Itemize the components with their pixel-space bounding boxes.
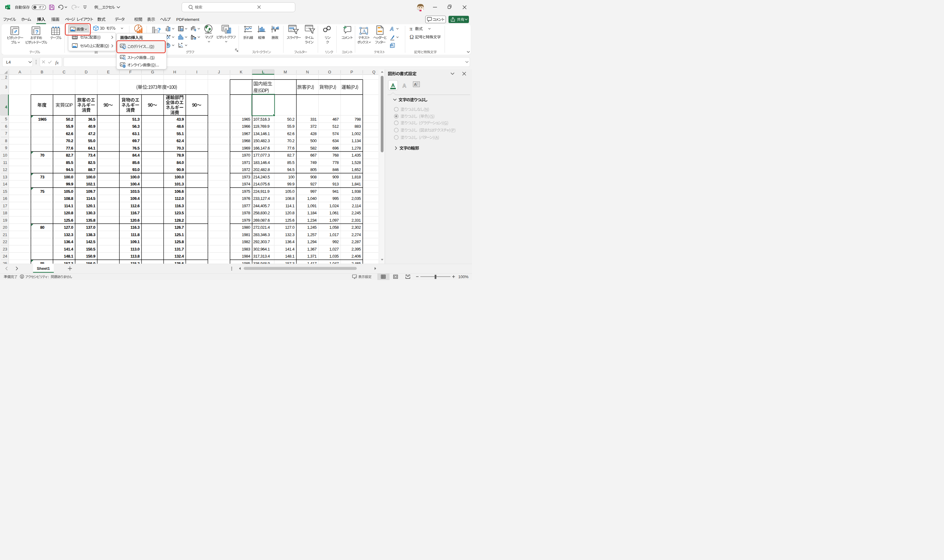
svg-text:94.5: 94.5: [287, 167, 295, 172]
svg-text:102.1: 102.1: [86, 182, 96, 186]
svg-text:1972: 1972: [242, 167, 250, 172]
svg-text:90.9: 90.9: [176, 167, 184, 172]
svg-text:883: 883: [355, 124, 361, 129]
svg-text:224,911.9: 224,911.9: [253, 189, 270, 194]
svg-text:64.1: 64.1: [88, 146, 95, 151]
svg-text:106.6: 106.6: [174, 189, 184, 194]
svg-text:11: 11: [3, 160, 8, 165]
svg-text:136.4: 136.4: [285, 240, 295, 244]
svg-text:82.7: 82.7: [66, 153, 73, 157]
svg-text:113.8: 113.8: [130, 254, 139, 258]
svg-text:23: 23: [3, 247, 7, 251]
svg-text:62.6: 62.6: [287, 131, 295, 136]
svg-text:141.4: 141.4: [285, 247, 295, 251]
svg-text:136.4: 136.4: [64, 240, 74, 244]
svg-text:2,331: 2,331: [352, 218, 361, 223]
svg-text:302,964.1: 302,964.1: [253, 247, 270, 251]
svg-text:150,482.3: 150,482.3: [253, 138, 270, 143]
svg-text:2,035: 2,035: [352, 196, 361, 201]
svg-text:109.1: 109.1: [130, 240, 140, 244]
svg-text:17: 17: [3, 203, 7, 208]
svg-text:1,652: 1,652: [352, 167, 361, 172]
svg-text:8: 8: [5, 138, 7, 143]
svg-text:2,406: 2,406: [352, 254, 361, 258]
svg-text:21: 21: [3, 232, 7, 237]
svg-text:1,528: 1,528: [352, 160, 361, 165]
svg-text:132.4: 132.4: [174, 254, 184, 258]
svg-text:130.3: 130.3: [86, 211, 96, 215]
svg-text:82.5: 82.5: [88, 160, 95, 165]
svg-text:1983: 1983: [242, 247, 250, 251]
svg-text:25: 25: [3, 261, 7, 264]
svg-text:992: 992: [333, 240, 339, 244]
svg-text:148.1: 148.1: [64, 254, 73, 258]
svg-text:114.1: 114.1: [285, 203, 295, 208]
svg-text:135.8: 135.8: [86, 218, 96, 223]
svg-text:1984: 1984: [242, 254, 250, 258]
svg-text:Q: Q: [372, 70, 375, 74]
svg-text:70.2: 70.2: [66, 138, 73, 143]
svg-text:1,017: 1,017: [329, 232, 339, 237]
svg-text:1,367: 1,367: [307, 247, 317, 251]
svg-text:1,184: 1,184: [307, 211, 317, 215]
svg-text:100.0: 100.0: [130, 175, 140, 179]
svg-text:1,058: 1,058: [329, 225, 339, 230]
svg-text:148.1: 148.1: [285, 254, 295, 258]
svg-text:108.8: 108.8: [285, 196, 295, 201]
svg-text:1979: 1979: [242, 218, 250, 223]
svg-text:D: D: [85, 70, 88, 74]
svg-text:1981: 1981: [242, 232, 250, 237]
svg-text:1978: 1978: [242, 211, 250, 215]
svg-text:292,303.7: 292,303.7: [253, 240, 270, 244]
svg-text:112.0: 112.0: [174, 196, 184, 201]
svg-text:1,047: 1,047: [329, 261, 339, 264]
svg-text:1,002: 1,002: [352, 131, 361, 136]
svg-text:13: 13: [3, 175, 7, 179]
svg-text:77.6: 77.6: [287, 146, 295, 151]
svg-text:55.0: 55.0: [88, 138, 95, 143]
svg-text:85.6: 85.6: [132, 160, 139, 165]
svg-text:56.3: 56.3: [132, 124, 139, 129]
svg-text:50.2: 50.2: [287, 117, 295, 122]
svg-text:233,127.4: 233,127.4: [253, 196, 270, 201]
svg-text:157.3: 157.3: [64, 261, 73, 264]
svg-text:150.5: 150.5: [86, 247, 96, 251]
svg-text:125.6: 125.6: [64, 218, 73, 223]
svg-text:36.5: 36.5: [88, 117, 95, 122]
svg-text:1977: 1977: [242, 203, 250, 208]
svg-text:137.0: 137.0: [86, 225, 96, 230]
svg-text:E: E: [107, 70, 110, 74]
svg-text:582: 582: [310, 146, 317, 151]
svg-text:K: K: [240, 70, 242, 74]
svg-text:1,040: 1,040: [307, 196, 317, 201]
svg-text:574: 574: [333, 131, 339, 136]
svg-text:114.5: 114.5: [86, 196, 95, 201]
svg-text:88.7: 88.7: [88, 167, 95, 172]
svg-text:258,830.2: 258,830.2: [253, 211, 270, 215]
svg-text:112.6: 112.6: [130, 203, 139, 208]
svg-text:100.0: 100.0: [174, 175, 184, 179]
svg-text:85: 85: [40, 261, 45, 264]
svg-text:214,075.6: 214,075.6: [253, 182, 270, 186]
svg-text:115.2: 115.2: [130, 261, 139, 264]
svg-text:24: 24: [3, 254, 7, 258]
svg-text:1980: 1980: [242, 225, 250, 230]
svg-text:A: A: [19, 70, 21, 74]
svg-text:B: B: [40, 70, 43, 74]
svg-text:132.3: 132.3: [64, 232, 73, 237]
svg-text:2: 2: [5, 75, 7, 80]
svg-text:125.1: 125.1: [174, 232, 184, 237]
svg-text:O: O: [328, 70, 331, 74]
svg-text:1,294: 1,294: [307, 240, 317, 244]
svg-text:63.1: 63.1: [132, 131, 139, 136]
svg-text:125.8: 125.8: [174, 240, 184, 244]
svg-text:12: 12: [3, 167, 7, 172]
svg-text:G: G: [151, 70, 154, 74]
svg-text:109.7: 109.7: [86, 189, 96, 194]
svg-text:927: 927: [310, 182, 317, 186]
svg-text:7: 7: [5, 131, 7, 136]
svg-text:116.7: 116.7: [130, 211, 139, 215]
svg-text:94.5: 94.5: [66, 167, 73, 172]
svg-text:941: 941: [333, 189, 339, 194]
svg-text:428: 428: [310, 131, 317, 136]
